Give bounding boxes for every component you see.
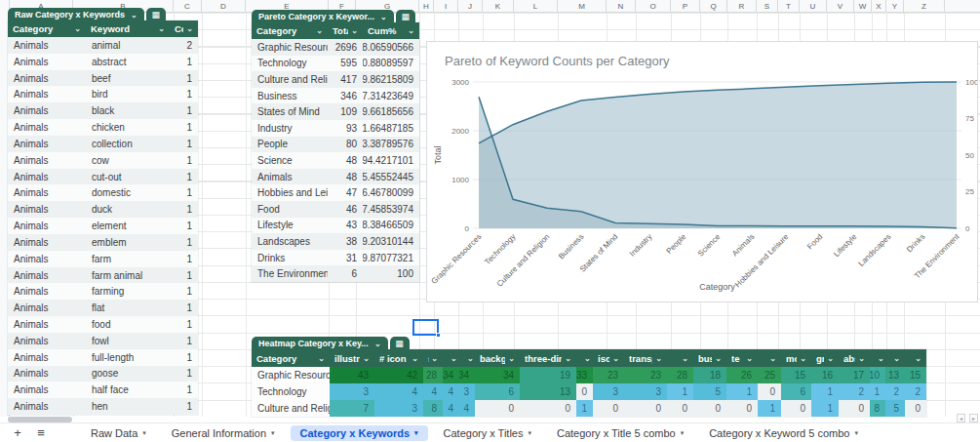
table-cell[interactable]: Hobbies and Leisure	[252, 184, 328, 201]
heatmap-cell[interactable]: 15	[905, 367, 926, 383]
column-header-K[interactable]: K	[483, 0, 514, 13]
selected-cell[interactable]	[412, 319, 439, 336]
heatmap-cell[interactable]: 0	[693, 400, 726, 417]
table-cell[interactable]: 80	[328, 137, 363, 153]
column-header-R[interactable]: R	[727, 0, 757, 13]
table-cell[interactable]: Animals	[8, 316, 86, 333]
tab-caret-icon[interactable]: ▾	[414, 429, 418, 437]
heatmap-cell[interactable]: 1	[870, 383, 885, 400]
table-cell[interactable]: Animals	[8, 234, 86, 251]
table-cell[interactable]: 95.45552445	[363, 169, 419, 185]
table-cell[interactable]: 595	[328, 56, 363, 72]
table-cell[interactable]: Animals	[252, 169, 328, 185]
table-cell[interactable]: 46	[328, 201, 363, 218]
heatmap-cell[interactable]: 0	[839, 400, 870, 417]
table-cell[interactable]: 48	[328, 152, 363, 169]
table-cell[interactable]: duck	[86, 201, 170, 218]
table-row[interactable]: Animalscollection1	[8, 136, 198, 152]
table-cell[interactable]: 1	[170, 316, 198, 333]
table-cell[interactable]: Animals	[8, 398, 86, 415]
table-cell[interactable]: 70.88089597	[363, 56, 419, 72]
table-cell[interactable]: beef	[86, 70, 170, 87]
heatmap-cell[interactable]: 2	[905, 383, 926, 400]
heatmap-cell[interactable]: 5	[885, 400, 905, 417]
heatmap-cell[interactable]: 17	[839, 367, 870, 383]
table-row[interactable]: Animalsduck1	[8, 201, 198, 218]
chevron-down-icon[interactable]: ⌄	[380, 13, 387, 21]
heatmap-cell[interactable]: 28	[423, 367, 443, 383]
table-cell[interactable]: 1	[170, 169, 198, 185]
heatmap-cell[interactable]: 33	[576, 367, 593, 383]
table-row[interactable]: Technology59570.88089597	[252, 56, 419, 72]
heatmap-cell[interactable]: 0	[475, 400, 520, 417]
table-cell[interactable]: 1	[170, 119, 198, 136]
column-header-U[interactable]: U	[800, 0, 827, 13]
table-name-chip[interactable]: Pareto Category x Keywor...⌄	[252, 10, 394, 23]
table-cell[interactable]: 2696	[328, 39, 363, 56]
table-cell[interactable]: Animals	[8, 201, 86, 218]
table-cell[interactable]: 1	[170, 201, 198, 218]
heatmap-cell[interactable]: 28	[667, 367, 693, 383]
table-cell[interactable]: farm animal	[86, 267, 170, 284]
table-cell[interactable]: 89.66185656	[363, 103, 419, 120]
chevron-down-icon[interactable]: ⌄	[915, 354, 921, 363]
heatmap-cell[interactable]: 13	[885, 367, 905, 383]
table-cell[interactable]: 79.86215809	[363, 71, 419, 88]
sheet-tab-raw-data[interactable]: Raw Data▾	[81, 425, 156, 441]
table-cell[interactable]: Animals	[8, 54, 86, 70]
sheet-tab-category-x-title-5-combo[interactable]: Category x Title 5 combo▾	[547, 425, 693, 441]
table-cell[interactable]: 93	[328, 120, 363, 137]
table-row[interactable]: Drinks3199.87077321	[252, 250, 419, 266]
table-cell[interactable]: chicken	[86, 119, 170, 136]
table-cell[interactable]: 1	[170, 152, 198, 169]
table-cell[interactable]: 1	[170, 234, 198, 251]
heatmap-cell[interactable]: 0	[667, 400, 693, 417]
table-cell[interactable]: 99.87077321	[363, 250, 419, 266]
table-grid-icon[interactable]: ▦	[146, 8, 166, 21]
table-cell[interactable]: collection	[86, 136, 170, 152]
tab-caret-icon[interactable]: ▾	[854, 429, 858, 437]
all-sheets-menu-button[interactable]: ≡	[29, 425, 53, 440]
table-cell[interactable]: 100	[363, 265, 419, 282]
chevron-down-icon[interactable]: ⌄	[374, 340, 381, 348]
heatmap-cell[interactable]: 8	[870, 400, 885, 417]
table-header-cell[interactable]: iso⌄	[593, 349, 624, 367]
table-cell[interactable]: 99.20310144	[363, 233, 419, 250]
table-cell[interactable]: 417	[328, 71, 363, 88]
chevron-down-icon[interactable]: ⌄	[878, 354, 884, 363]
table-header-cell[interactable]: # icon⌄	[374, 349, 423, 367]
table-row[interactable]: Animals4895.45552445	[252, 169, 419, 185]
heatmap-cell[interactable]: 34	[443, 367, 459, 383]
table-cell[interactable]: 1	[170, 366, 198, 382]
table-row[interactable]: Technology344436130331510612122	[252, 383, 926, 400]
table-cell[interactable]: Animals	[8, 267, 86, 284]
column-header-Z[interactable]: Z	[904, 0, 945, 13]
table-header-cell[interactable]: mc⌄	[781, 349, 811, 367]
column-header-N[interactable]: N	[607, 0, 636, 13]
table-cell[interactable]: Business	[252, 88, 328, 104]
table-row[interactable]: Food4697.45853974	[252, 201, 419, 218]
table-row[interactable]: Industry9391.66487185	[252, 120, 419, 137]
table-cell[interactable]: Animals	[8, 184, 86, 201]
chevron-down-icon[interactable]: ⌄	[893, 354, 900, 363]
heatmap-cell[interactable]: 3	[330, 383, 374, 400]
heatmap-cell[interactable]: 23	[624, 367, 667, 383]
heatmap-cell[interactable]: 15	[781, 367, 811, 383]
table-cell[interactable]: cow	[86, 152, 170, 169]
table-row[interactable]: Animalscow1	[8, 152, 198, 169]
table-cell[interactable]: Technology	[252, 56, 328, 72]
heatmap-cell[interactable]: 19	[520, 367, 576, 383]
heatmap-cell[interactable]: 0	[624, 400, 667, 417]
table-cell[interactable]: 6	[328, 265, 363, 282]
table-header-cell[interactable]: te⌄	[726, 349, 758, 367]
table-grid-icon[interactable]: ▦	[396, 10, 415, 23]
chevron-down-icon[interactable]: ⌄	[715, 354, 722, 363]
table-cell[interactable]: 1	[170, 333, 198, 349]
selection-fill-handle[interactable]	[436, 333, 441, 338]
table-row[interactable]: Animalsbeef1	[8, 70, 198, 87]
add-sheet-button[interactable]: +	[6, 425, 29, 440]
column-header-H[interactable]: H	[419, 0, 434, 13]
table-cell[interactable]: cut-out	[86, 169, 170, 185]
column-header-C[interactable]: C	[174, 0, 202, 13]
table-header-cell[interactable]: gra⌄	[811, 349, 839, 367]
